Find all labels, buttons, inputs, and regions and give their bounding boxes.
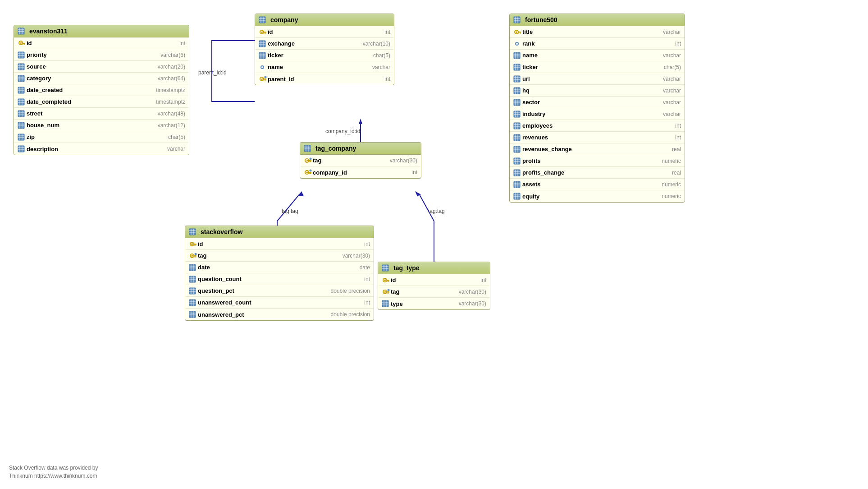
svg-point-189 [306, 171, 307, 172]
fk-icon [189, 252, 198, 260]
svg-text:parent_id:id: parent_id:id [198, 69, 227, 76]
svg-rect-248 [387, 292, 388, 293]
col-type: int [480, 277, 486, 283]
svg-rect-54 [18, 134, 24, 140]
svg-point-207 [192, 255, 192, 256]
col-type: varchar(30) [343, 253, 370, 259]
col-type: varchar(6) [160, 52, 185, 58]
col-name: assets [522, 181, 662, 188]
svg-point-92 [261, 78, 262, 79]
col-icon [513, 99, 522, 106]
col-icon [189, 287, 198, 295]
svg-rect-178 [308, 160, 311, 161]
svg-point-106 [516, 43, 518, 45]
svg-rect-89 [265, 80, 266, 81]
table-row: title varchar [510, 26, 685, 38]
svg-rect-90 [264, 80, 265, 81]
dot-icon [259, 64, 268, 71]
table-fortune500: fortune500 title varchar rank int [509, 14, 685, 203]
table-row: id int [378, 274, 490, 286]
svg-rect-71 [265, 32, 266, 33]
col-icon [513, 64, 522, 71]
fk-icon [304, 168, 313, 176]
col-type: varchar [663, 111, 681, 117]
svg-rect-127 [514, 99, 520, 106]
svg-rect-234 [382, 265, 388, 271]
svg-marker-4 [298, 191, 304, 196]
table-header-evanston311: evanston311 [14, 25, 189, 37]
svg-rect-137 [514, 123, 520, 129]
col-name: name [522, 52, 663, 59]
svg-rect-24 [18, 64, 24, 70]
col-icon [18, 63, 27, 70]
col-icon [189, 311, 198, 318]
table-row: company_id int [300, 166, 421, 178]
table-row: id int [14, 37, 189, 49]
svg-rect-242 [387, 281, 388, 281]
svg-point-244 [384, 279, 385, 280]
svg-rect-209 [189, 264, 196, 271]
table-icon-tag-type [382, 264, 391, 272]
col-type: int [179, 40, 185, 46]
svg-rect-117 [514, 76, 520, 82]
table-row: question_count int [185, 273, 374, 285]
table-row: date_created timestamptz [14, 84, 189, 96]
col-icon [189, 264, 198, 271]
col-icon [18, 122, 27, 129]
col-icon [513, 87, 522, 94]
col-icon [259, 52, 268, 59]
col-type: int [675, 41, 681, 47]
col-type: double precision [331, 311, 370, 318]
svg-rect-8 [18, 28, 24, 34]
svg-rect-107 [514, 52, 520, 59]
fk-icon [304, 157, 313, 165]
svg-point-250 [384, 291, 385, 292]
svg-rect-72 [264, 32, 265, 33]
table-row: house_num varchar(12) [14, 120, 189, 131]
col-type: varchar [372, 64, 390, 70]
table-row: source varchar(20) [14, 61, 189, 73]
svg-marker-6 [415, 191, 421, 196]
svg-rect-80 [259, 52, 265, 59]
table-row: equity numeric [510, 190, 685, 202]
col-name: tag [313, 157, 390, 164]
svg-rect-34 [18, 87, 24, 93]
col-name: unanswered_pct [198, 311, 331, 318]
table-row: revenues_change real [510, 143, 685, 155]
svg-rect-14 [22, 43, 25, 44]
col-type: numeric [662, 181, 681, 188]
table-row: revenues int [510, 132, 685, 143]
svg-rect-246 [386, 291, 389, 293]
col-name: profits_change [522, 169, 672, 176]
pk-icon [189, 240, 198, 248]
col-name: equity [522, 193, 662, 200]
svg-rect-252 [382, 300, 388, 307]
svg-rect-203 [193, 255, 196, 257]
col-name: revenues [522, 134, 675, 141]
svg-rect-100 [518, 32, 521, 33]
col-name: industry [522, 111, 663, 117]
col-name: house_num [27, 122, 158, 129]
svg-rect-39 [18, 99, 24, 105]
table-tag-type: tag_type id int [378, 262, 490, 310]
table-row: sector varchar [510, 97, 685, 108]
footer-text: Stack Overflow data was provided by Thin… [9, 464, 98, 480]
col-name: ticker [268, 52, 373, 59]
svg-point-74 [261, 31, 262, 32]
table-row: priority varchar(6) [14, 49, 189, 61]
col-name: date_completed [27, 98, 156, 105]
col-name: title [522, 28, 663, 35]
svg-text:company_id:id: company_id:id [325, 128, 360, 134]
svg-point-18 [20, 42, 21, 43]
col-name: category [27, 75, 158, 82]
col-type: date [360, 264, 370, 271]
col-name: employees [522, 122, 675, 129]
col-name: question_count [198, 276, 364, 282]
col-name: revenues_change [522, 146, 672, 152]
col-type: numeric [662, 193, 681, 199]
col-name: url [522, 75, 663, 82]
table-icon-stackoverflow [189, 228, 198, 235]
svg-point-86 [261, 66, 263, 68]
table-icon-tag-company [304, 145, 313, 152]
col-type: timestamptz [156, 87, 185, 93]
